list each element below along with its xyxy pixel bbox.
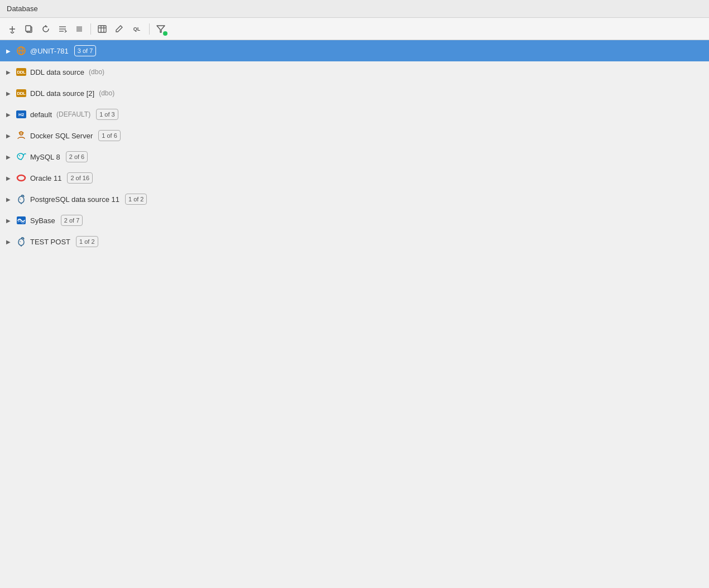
tree-item-default[interactable]: ▶ H2 default (DEFAULT) 1 of 3 [0, 104, 709, 125]
svg-point-27 [22, 238, 23, 239]
svg-point-19 [19, 155, 20, 156]
schema-button[interactable] [55, 21, 70, 37]
panel-title: Database [0, 0, 709, 18]
svg-point-22 [22, 195, 23, 197]
svg-point-26 [18, 239, 24, 245]
svg-point-29 [20, 241, 21, 242]
expand-arrow-sybase: ▶ [4, 216, 12, 224]
tree-item-ddl2[interactable]: ▶ DDL DDL data source [2] (dbo) [0, 83, 709, 104]
tree-item-postgresql11[interactable]: ▶ PostgreSQL data source 11 1 of 2 [0, 189, 709, 210]
expand-arrow-oracle: ▶ [4, 174, 12, 182]
ddl-icon-1: DDL [16, 66, 27, 78]
tree-item-mysql[interactable]: ▶ MySQL 8 2 of 6 [0, 146, 709, 167]
svg-point-21 [18, 196, 24, 203]
tree-item-badge-unit781: 3 of 7 [74, 45, 97, 56]
tree-item-sybase[interactable]: ▶ SyBase 2 of 7 [0, 210, 709, 231]
toolbar-separator-1 [90, 23, 91, 35]
expand-arrow-default: ▶ [4, 110, 12, 118]
expand-arrow-docker: ▶ [4, 132, 12, 139]
tree-item-badge-docker: 1 of 6 [98, 130, 121, 141]
stop-button[interactable] [71, 21, 87, 37]
toolbar: QL [0, 18, 709, 40]
tree-item-label-docker: Docker SQL Server [30, 132, 93, 140]
filter-active-dot [163, 31, 167, 36]
tree-item-label-mysql: MySQL 8 [30, 153, 60, 161]
tree-item-testpost[interactable]: ▶ TEST POST 1 of 2 [0, 231, 709, 252]
tree-item-ddl1[interactable]: ▶ DDL DDL data source (dbo) [0, 61, 709, 83]
edit-button[interactable] [111, 21, 127, 37]
postgresql-icon-2 [16, 236, 27, 247]
svg-rect-8 [98, 26, 106, 32]
tree-item-label-unit781: @UNIT-781 [30, 47, 69, 55]
tree-item-label-ddl2: DDL data source [2] [30, 89, 94, 98]
tree-item-badge-mysql: 2 of 6 [66, 151, 88, 162]
expand-arrow-ddl2: ▶ [4, 89, 12, 97]
expand-arrow-postgresql11: ▶ [4, 195, 12, 203]
tree-item-badge-postgresql11: 1 of 2 [125, 194, 147, 205]
tree-item-label-ddl1: DDL data source [30, 68, 84, 76]
mysql-icon [16, 151, 27, 162]
filter-button[interactable] [153, 21, 169, 37]
tree-item-badge-testpost: 1 of 2 [76, 236, 98, 247]
database-tree: ▶ @UNIT-781 3 of 7 ▶ DDL DDL data source [0, 40, 709, 588]
tree-item-label-testpost: TEST POST [30, 238, 70, 246]
add-button[interactable] [4, 21, 20, 37]
ddl-icon-2: DDL [16, 88, 27, 99]
expand-arrow-testpost: ▶ [4, 238, 12, 245]
svg-point-24 [20, 199, 21, 200]
postgresql-icon-1 [16, 194, 27, 205]
tree-item-sublabel-ddl2: (dbo) [99, 89, 114, 97]
database-panel: Database [0, 0, 709, 588]
table-view-button[interactable] [94, 21, 110, 37]
h2-icon: H2 [16, 109, 27, 120]
tree-item-label-oracle: Oracle 11 [30, 174, 61, 182]
tree-item-docker-sql[interactable]: ▶ Docker SQL Server 1 of 6 [0, 125, 709, 146]
svg-rect-7 [76, 26, 82, 32]
server-icon-unit781 [16, 45, 27, 56]
svg-rect-3 [26, 26, 31, 31]
tree-item-sublabel-ddl1: (dbo) [89, 68, 104, 76]
tree-item-label-postgresql11: PostgreSQL data source 11 [30, 195, 119, 204]
refresh-button[interactable] [38, 21, 54, 37]
tree-item-label-default: default [30, 110, 52, 119]
expand-arrow-ddl1: ▶ [4, 68, 12, 76]
sybase-icon [16, 215, 27, 226]
expand-arrow-mysql: ▶ [4, 153, 12, 161]
tree-item-label-sybase: SyBase [30, 216, 55, 225]
copy-button[interactable] [21, 21, 37, 37]
sql-button[interactable]: QL [128, 21, 146, 37]
tree-item-badge-default: 1 of 3 [96, 109, 118, 120]
sql-server-icon [16, 130, 27, 141]
tree-item-unit-781[interactable]: ▶ @UNIT-781 3 of 7 [0, 40, 709, 61]
tree-item-oracle[interactable]: ▶ Oracle 11 2 of 16 [0, 167, 709, 189]
svg-point-20 [17, 175, 25, 181]
toolbar-separator-2 [149, 23, 150, 35]
tree-item-badge-oracle: 2 of 16 [67, 172, 93, 184]
tree-item-sublabel-default: (DEFAULT) [56, 110, 90, 118]
oracle-icon [16, 172, 27, 184]
expand-arrow-unit781: ▶ [4, 47, 12, 55]
tree-item-badge-sybase: 2 of 7 [61, 215, 83, 226]
